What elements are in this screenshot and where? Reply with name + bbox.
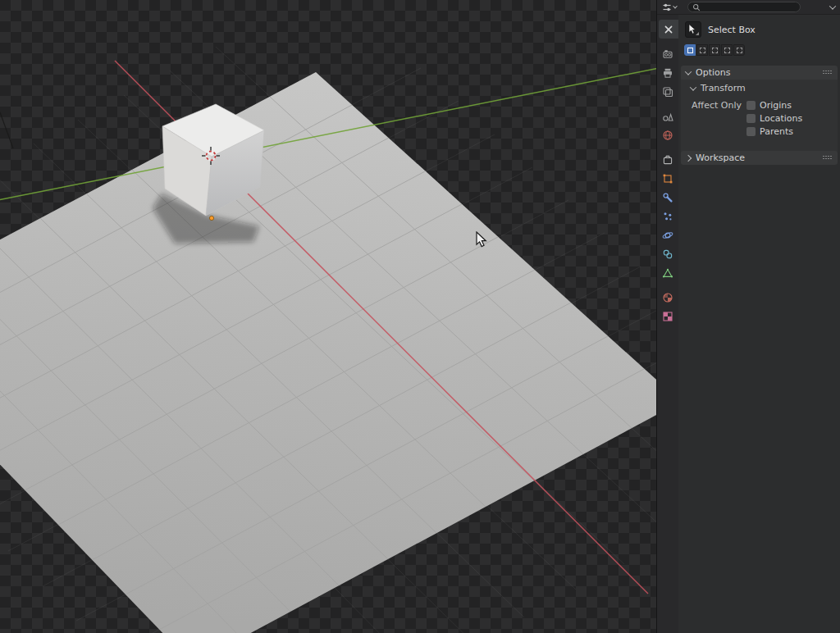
object-data-icon xyxy=(662,267,673,279)
affect-only-row-locations: Locations xyxy=(681,112,838,125)
origin-point[interactable] xyxy=(209,216,213,220)
select-mode-row xyxy=(684,44,745,56)
tab-particles[interactable] xyxy=(657,207,678,225)
tab-constraints[interactable] xyxy=(657,244,678,263)
tool-dropdown-corner xyxy=(696,32,699,35)
tab-object-data[interactable] xyxy=(657,263,678,282)
workspace-panel-header[interactable]: Workspace xyxy=(681,151,838,165)
select-subtract-icon xyxy=(712,48,718,53)
parents-checkbox[interactable] xyxy=(746,127,756,136)
select-mode-subtract-button[interactable] xyxy=(709,44,720,56)
select-mode-extend-button[interactable] xyxy=(696,44,708,56)
search-box[interactable] xyxy=(687,2,801,12)
chevron-down-icon xyxy=(690,84,696,90)
header-collapse-chevron-icon[interactable] xyxy=(829,2,836,9)
output-icon xyxy=(662,67,673,79)
3d-viewport[interactable] xyxy=(0,0,657,633)
options-panel-header[interactable]: Options xyxy=(681,66,838,80)
view-layer-icon xyxy=(662,86,673,98)
search-input[interactable] xyxy=(703,3,785,11)
camera-frame-edge xyxy=(0,112,13,148)
particles-icon xyxy=(662,211,673,222)
select-mode-invert-button[interactable] xyxy=(721,44,733,56)
mouse-cursor xyxy=(476,231,489,249)
affect-only-row-parents: Parents xyxy=(681,125,838,138)
texture-icon xyxy=(662,311,673,322)
tab-scene[interactable] xyxy=(657,107,678,125)
blender-window: Select Box Options Transform Affect Only… xyxy=(0,0,840,633)
properties-header xyxy=(657,0,840,15)
workspace-panel-label: Workspace xyxy=(696,153,745,163)
chevron-down-icon xyxy=(685,68,692,75)
scene-icon xyxy=(662,111,673,122)
tool-icon xyxy=(663,24,674,35)
tab-output[interactable] xyxy=(657,63,678,82)
modifiers-icon xyxy=(662,192,673,203)
render-icon xyxy=(662,48,673,60)
active-tool-row: Select Box xyxy=(685,21,756,38)
active-tool-label: Select Box xyxy=(708,25,756,35)
panel-grip-icon[interactable] xyxy=(823,156,833,161)
tab-texture[interactable] xyxy=(657,307,678,326)
chevron-down-icon xyxy=(673,3,678,8)
select-mode-set-button[interactable] xyxy=(684,44,696,56)
material-icon xyxy=(662,292,673,303)
transform-subpanel-label: Transform xyxy=(701,83,746,93)
origins-checkbox[interactable] xyxy=(746,101,756,110)
tab-object[interactable] xyxy=(657,169,678,188)
editor-type-button[interactable] xyxy=(657,0,679,14)
collection-icon xyxy=(662,154,673,166)
world-icon xyxy=(662,130,673,141)
select-box-tool-button[interactable] xyxy=(685,21,701,38)
properties-panel: Select Box Options Transform Affect Only… xyxy=(678,15,840,633)
select-intersect-icon xyxy=(737,48,742,53)
transform-subpanel-header[interactable]: Transform xyxy=(681,80,838,95)
tab-world[interactable] xyxy=(657,125,678,144)
ground-plane[interactable] xyxy=(0,72,657,633)
tab-modifiers[interactable] xyxy=(657,188,678,207)
properties-editor-icon xyxy=(661,2,673,13)
options-panel-label: Options xyxy=(696,67,730,78)
select-mode-intersect-button[interactable] xyxy=(733,44,745,56)
affect-only-row-origins: Affect Only Origins xyxy=(681,98,838,112)
tab-render[interactable] xyxy=(657,44,678,63)
options-panel-body: Transform Affect Only Origins Locations … xyxy=(681,80,838,162)
tab-material[interactable] xyxy=(657,288,678,307)
chevron-right-icon xyxy=(685,154,692,161)
constraints-icon xyxy=(662,248,673,260)
object-icon xyxy=(662,173,673,184)
origins-checkbox-label: Origins xyxy=(760,100,792,111)
panel-grip-icon[interactable] xyxy=(823,71,833,75)
affect-only-label: Affect Only xyxy=(681,100,746,111)
locations-checkbox-label: Locations xyxy=(760,113,802,124)
locations-checkbox[interactable] xyxy=(746,114,756,123)
select-invert-icon xyxy=(724,48,730,53)
physics-icon xyxy=(662,230,673,241)
select-set-icon xyxy=(687,48,693,53)
search-icon xyxy=(692,3,701,11)
tab-tool[interactable] xyxy=(659,20,678,39)
properties-tab-strip xyxy=(657,15,678,633)
select-extend-icon xyxy=(700,48,705,53)
viewport-scene xyxy=(0,0,657,633)
tab-view-layer[interactable] xyxy=(657,82,678,101)
tab-physics[interactable] xyxy=(657,225,678,244)
parents-checkbox-label: Parents xyxy=(760,126,793,137)
tab-collection[interactable] xyxy=(657,150,678,169)
